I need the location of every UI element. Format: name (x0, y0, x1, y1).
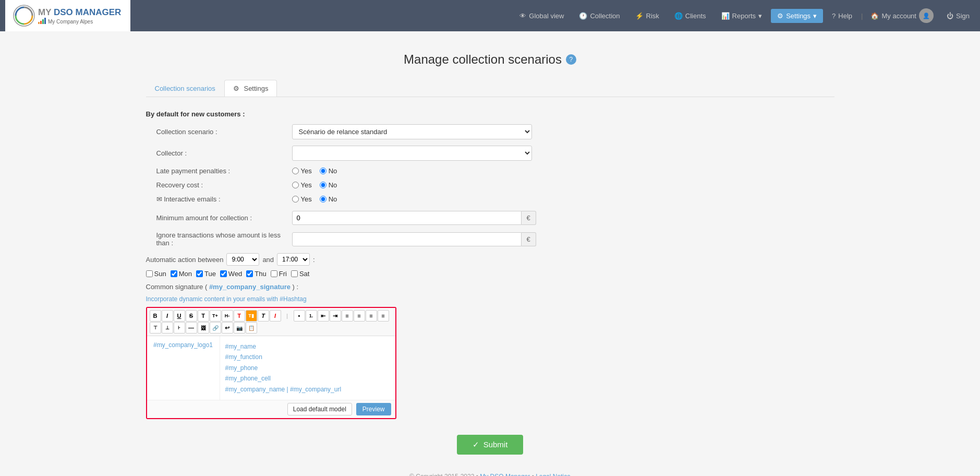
checkbox-sat[interactable] (291, 270, 298, 277)
radio-interactive-yes[interactable]: Yes (292, 195, 312, 203)
toolbar-indent-in[interactable]: ⇥ (330, 310, 341, 322)
btn-load-default-model[interactable]: Load default model (287, 403, 352, 415)
radio-interactive-no-input[interactable] (320, 196, 326, 203)
toolbar-paste[interactable]: 📋 (246, 322, 257, 334)
settings-chevron: ▾ (813, 12, 817, 20)
radio-recovery-yes[interactable]: Yes (292, 181, 312, 189)
day-sat[interactable]: Sat (291, 270, 310, 278)
eye-icon: 👁 (519, 12, 526, 20)
input-ignore-transactions[interactable] (292, 232, 522, 246)
day-sun[interactable]: Sun (146, 270, 166, 278)
toolbar-align-bot[interactable]: ⊦ (174, 322, 185, 334)
label-min-amount: Minimum amount for collection : (146, 214, 292, 222)
select-collection-scenario[interactable]: Scénario de relance standard (292, 124, 532, 139)
toolbar-align-mid[interactable]: ⊥ (162, 322, 173, 334)
nav-sign[interactable]: ⏻ Sign (941, 9, 975, 23)
select-time-end[interactable]: 17:00 18:00 (277, 253, 310, 266)
toolbar-align-right[interactable]: ≡ (354, 310, 365, 322)
toolbar-photo[interactable]: 📷 (234, 322, 245, 334)
input-min-amount[interactable] (292, 211, 522, 225)
toolbar-image[interactable]: 🖼 (198, 322, 209, 334)
editor-toolbar: B I U S T T+ H- T T▮ T I | • 1. ⇤ ⇥ ≡ (147, 308, 395, 336)
radio-recovery-yes-input[interactable] (292, 182, 299, 188)
label-collection-scenario: Collection scenario : (146, 128, 292, 136)
toolbar-undo[interactable]: ↩ (222, 322, 233, 334)
toolbar-underline[interactable]: U (174, 310, 185, 322)
radio-late-no-input[interactable] (320, 168, 326, 174)
nav-user-area[interactable]: 🏠 My account 👤 (865, 5, 938, 26)
checkbox-sun[interactable] (146, 270, 153, 277)
nav-help[interactable]: ? Help (826, 9, 858, 23)
label-ignore-transactions: Ignore transactions whose amount is less… (146, 231, 292, 247)
reports-chevron: ▾ (758, 12, 762, 20)
question-icon: ? (832, 12, 836, 20)
toolbar-bold[interactable]: B (150, 310, 161, 322)
radio-late-yes-input[interactable] (292, 168, 299, 174)
radio-late-no[interactable]: No (320, 167, 337, 175)
toolbar-font-t2[interactable]: T+ (210, 310, 221, 322)
input-min-amount-wrapper: € (292, 211, 834, 225)
globe-icon: 🌐 (674, 12, 683, 20)
tabs-bar: Collection scenarios ⚙ Settings (146, 80, 834, 97)
radio-interactive-yes-input[interactable] (292, 196, 299, 203)
toolbar-ol[interactable]: 1. (306, 310, 317, 322)
day-mon[interactable]: Mon (171, 270, 192, 278)
toolbar-italic2[interactable]: I (270, 310, 281, 322)
tab-collection-scenarios[interactable]: Collection scenarios (146, 80, 224, 97)
editor-content-area[interactable]: #my_name #my_function #my_phone #my_phon… (220, 336, 395, 400)
day-wed[interactable]: Wed (220, 270, 243, 278)
footer-link-legal[interactable]: Legal Notice (536, 473, 571, 476)
toolbar-indent-out[interactable]: ⇤ (318, 310, 329, 322)
logo-area: MY DSO MANAGER My Company Alpes (5, 0, 130, 31)
toolbar-hr[interactable]: — (186, 322, 197, 334)
radio-recovery-no[interactable]: No (320, 181, 337, 189)
toolbar-font-t1[interactable]: T (198, 310, 209, 322)
nav-collection[interactable]: 🕐 Collection (573, 9, 626, 23)
toolbar-link[interactable]: 🔗 (210, 322, 221, 334)
logo-manager: MANAGER (76, 7, 122, 17)
days-row: Sun Mon Tue Wed Thu (146, 270, 310, 278)
day-tue[interactable]: Tue (196, 270, 216, 278)
toolbar-align-justify[interactable]: ≡ (378, 310, 389, 322)
day-fri[interactable]: Fri (271, 270, 287, 278)
logo-icon (13, 5, 35, 27)
toolbar-font-t3[interactable]: T (258, 310, 269, 322)
nav-clients[interactable]: 🌐 Clients (668, 9, 712, 23)
footer-link-mydso[interactable]: My DSO Manager (480, 473, 530, 476)
checkbox-tue[interactable] (196, 270, 203, 277)
toolbar-highlight[interactable]: T▮ (246, 310, 257, 322)
radio-interactive-no[interactable]: No (320, 195, 337, 203)
btn-preview[interactable]: Preview (356, 403, 391, 415)
signature-editor: B I U S T T+ H- T T▮ T I | • 1. ⇤ ⇥ ≡ (146, 307, 396, 419)
toolbar-font-color[interactable]: T (234, 310, 245, 322)
toolbar-strikethrough[interactable]: S (186, 310, 197, 322)
nav-right: 👁 Global view 🕐 Collection ⚡ Risk 🌐 Clie… (513, 5, 975, 26)
checkbox-mon[interactable] (171, 270, 177, 277)
toolbar-italic[interactable]: I (162, 310, 173, 322)
toolbar-align-left[interactable]: ≡ (342, 310, 353, 322)
hashtag-link-area: Incorporate dynamic content in your emai… (146, 295, 307, 303)
tab-settings[interactable]: ⚙ Settings (224, 80, 277, 97)
submit-button[interactable]: ✓ Submit (457, 435, 524, 455)
control-recovery-cost: Yes No (292, 181, 834, 189)
checkmark-icon: ✓ (473, 440, 479, 449)
radio-recovery-no-input[interactable] (320, 182, 326, 188)
nav-risk[interactable]: ⚡ Risk (629, 9, 666, 23)
checkbox-thu[interactable] (246, 270, 253, 277)
toolbar-align-center[interactable]: ≡ (366, 310, 377, 322)
toolbar-ul[interactable]: • (294, 310, 305, 322)
nav-reports[interactable]: 📊 Reports ▾ (715, 9, 769, 23)
toolbar-heading[interactable]: H- (222, 310, 233, 322)
page-help-icon[interactable]: ? (566, 54, 576, 65)
checkbox-fri[interactable] (271, 270, 277, 277)
nav-settings[interactable]: ⚙ Settings ▾ (771, 9, 823, 23)
day-thu[interactable]: Thu (246, 270, 266, 278)
checkbox-wed[interactable] (220, 270, 227, 277)
logo-dso: DSO (54, 7, 73, 17)
toolbar-align-top[interactable]: ⊤ (150, 322, 161, 334)
radio-late-yes[interactable]: Yes (292, 167, 312, 175)
nav-global-view[interactable]: 👁 Global view (513, 9, 570, 23)
hashtag-link[interactable]: Incorporate dynamic content in your emai… (146, 295, 307, 303)
select-time-start[interactable]: 9:00 10:00 (226, 253, 259, 266)
select-collector[interactable] (292, 146, 532, 161)
